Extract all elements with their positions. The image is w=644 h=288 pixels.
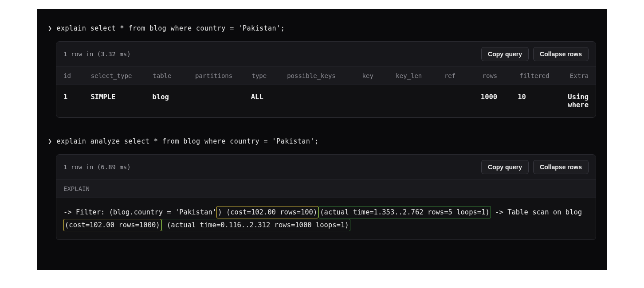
table-row: 1 SIMPLE blog ALL 1000 10 Using where (56, 85, 596, 117)
sql-terminal: ❯ explain select * from blog where count… (37, 9, 607, 270)
collapse-rows-button[interactable]: Collapse rows (533, 47, 589, 61)
result-header: 1 row in (3.32 ms) Copy query Collapse r… (56, 42, 596, 67)
col-extra: Extra (570, 72, 589, 79)
cell-select-type: SIMPLE (91, 93, 153, 109)
col-possible-keys: possible_keys (287, 72, 362, 79)
prompt-line: ❯ explain select * from blog where count… (48, 24, 596, 32)
col-partitions: partitions (195, 72, 252, 79)
cell-rows: 1000 (481, 93, 518, 109)
highlight-cost-yellow: (cost=102.00 rows=1000) (63, 219, 161, 231)
col-rows: rows (483, 72, 520, 79)
explain-output: -> Filter: (blog.country = 'Pakistan') (… (56, 198, 596, 240)
explain-text: -> Filter: (blog.country = 'Pakistan' (63, 208, 216, 216)
sql-query-text: explain analyze select * from blog where… (57, 137, 319, 145)
col-filtered: filtered (519, 72, 570, 79)
col-type: type (251, 72, 287, 79)
col-select-type: select_type (91, 72, 153, 79)
cell-table: blog (152, 93, 194, 109)
cell-id: 1 (63, 93, 91, 109)
result-actions: Copy query Collapse rows (481, 47, 589, 61)
query-block-2: ❯ explain analyze select * from blog whe… (48, 137, 596, 240)
cell-filtered: 10 (518, 93, 568, 109)
col-table: table (153, 72, 195, 79)
col-ref: ref (444, 72, 483, 79)
col-key-len: key_len (396, 72, 444, 79)
cell-extra: Using where (568, 93, 589, 109)
cell-possible-keys (286, 93, 361, 109)
copy-query-button[interactable]: Copy query (481, 160, 529, 174)
column-headers: id select_type table partitions type pos… (56, 67, 596, 85)
query-block-1: ❯ explain select * from blog where count… (48, 24, 596, 118)
sql-query-text: explain select * from blog where country… (57, 24, 285, 32)
row-summary: 1 row in (3.32 ms) (63, 51, 131, 58)
explain-column-header: EXPLAIN (56, 180, 596, 198)
cell-key (361, 93, 394, 109)
col-id: id (63, 72, 91, 79)
cell-key-len (394, 93, 443, 109)
highlight-cost-yellow: ) (cost=102.00 rows=100) (216, 206, 318, 218)
cell-type: ALL (251, 93, 286, 109)
highlight-actual-green: (actual time=0.116..2.312 rows=1000 loop… (161, 219, 350, 231)
highlight-actual-green: (actual time=1.353..2.762 rows=5 loops=1… (318, 206, 491, 218)
prompt-chevron-icon: ❯ (48, 24, 52, 32)
explain-text: -> Table scan on blog (491, 208, 582, 216)
cell-ref (443, 93, 480, 109)
copy-query-button[interactable]: Copy query (481, 47, 529, 61)
col-key: key (362, 72, 396, 79)
row-summary: 1 row in (6.89 ms) (63, 163, 131, 171)
prompt-line: ❯ explain analyze select * from blog whe… (48, 137, 596, 145)
result-panel: 1 row in (3.32 ms) Copy query Collapse r… (56, 41, 596, 118)
result-header: 1 row in (6.89 ms) Copy query Collapse r… (56, 155, 596, 180)
prompt-chevron-icon: ❯ (48, 137, 52, 145)
cell-partitions (195, 93, 251, 109)
collapse-rows-button[interactable]: Collapse rows (533, 160, 589, 174)
result-actions: Copy query Collapse rows (481, 160, 589, 174)
result-panel: 1 row in (6.89 ms) Copy query Collapse r… (56, 154, 596, 240)
